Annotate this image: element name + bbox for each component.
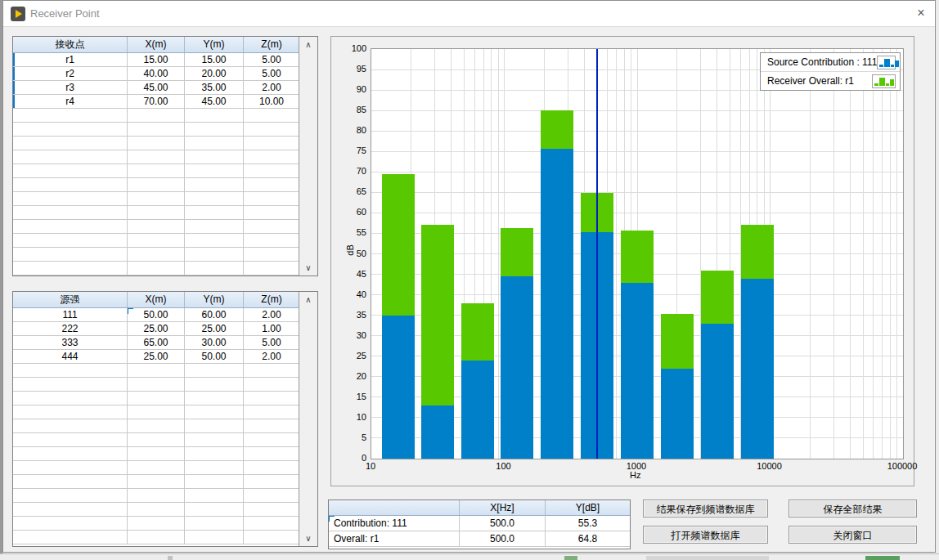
table-cell[interactable] [13,364,128,377]
table-cell[interactable] [244,364,299,377]
table-cell[interactable] [185,378,244,391]
table-cell[interactable]: 65.00 [128,336,185,349]
table-cell[interactable] [13,150,128,164]
table-cell[interactable] [244,123,299,136]
table-cell[interactable] [128,164,185,177]
table-cell[interactable] [13,220,128,233]
receiver-table-scrollbar[interactable]: ∧ ∨ [299,37,317,276]
table-cell[interactable] [244,503,299,516]
scroll-up-button[interactable]: ∧ [299,292,317,307]
table-cell[interactable] [13,392,128,405]
table-cell[interactable]: 1.00 [244,322,299,335]
table-cell[interactable] [185,517,244,530]
table-cell[interactable] [244,461,299,474]
save-all-results-button[interactable]: 保存全部结果 [788,500,917,517]
table-cell[interactable]: 25.00 [185,322,244,335]
table-cell[interactable]: 2.00 [244,81,299,94]
table-cell[interactable]: 20.00 [185,67,244,80]
table-cell[interactable] [244,489,299,502]
table-cell[interactable] [13,123,128,136]
table-cell[interactable] [13,164,128,177]
close-button[interactable]: × [907,1,935,26]
table-cell[interactable] [13,178,128,191]
table-cell[interactable] [128,517,185,530]
table-cell[interactable] [185,234,244,247]
table-cell[interactable]: 222 [13,322,128,335]
table-cell[interactable] [13,461,128,474]
open-spectrum-db-button[interactable]: 打开频谱数据库 [643,526,768,544]
table-cell[interactable]: 50.00 [185,350,244,363]
table-cell[interactable] [128,419,185,432]
table-cell[interactable] [13,531,128,544]
table-cell[interactable]: 70.00 [128,95,185,108]
table-cell[interactable] [185,123,244,136]
table-cell[interactable] [13,419,128,432]
table-cell[interactable] [13,517,128,530]
legend-item[interactable]: Receiver Overall: r1 [761,71,900,90]
table-cell[interactable] [244,378,299,391]
table-cell[interactable]: 25.00 [128,350,185,363]
table-cell[interactable] [244,262,299,275]
table-cell[interactable]: 5.00 [244,53,299,66]
table-cell[interactable] [244,164,299,177]
table-cell[interactable] [128,489,185,502]
table-cell[interactable] [13,475,128,488]
table-cell[interactable] [244,433,299,446]
table-cell[interactable] [185,192,244,205]
table-cell[interactable] [13,262,128,275]
table-cell[interactable]: 5.00 [244,67,299,80]
table-cell[interactable] [185,503,244,516]
table-cell[interactable] [185,248,244,261]
scroll-down-button[interactable]: ∨ [299,531,317,546]
chart-plot-area[interactable] [371,48,904,459]
table-cell[interactable] [128,433,185,446]
table-cell[interactable]: 35.00 [185,81,244,94]
table-cell[interactable]: 45.00 [185,95,244,108]
table-cell[interactable] [128,503,185,516]
table-cell[interactable] [244,137,299,150]
table-cell[interactable] [128,378,185,391]
table-cell[interactable] [13,378,128,391]
table-cell[interactable]: 2.00 [244,308,299,321]
table-cell[interactable] [185,150,244,164]
source-table-scrollbar[interactable]: ∧ ∨ [299,292,317,546]
table-cell[interactable] [244,234,299,247]
table-cell[interactable] [244,419,299,432]
table-cell[interactable] [128,405,185,419]
table-cell[interactable]: 60.00 [185,308,244,321]
table-cell[interactable] [244,109,299,122]
chart-legend[interactable]: Source Contribution : 111Receiver Overal… [760,52,901,91]
table-cell[interactable] [244,178,299,191]
source-table[interactable]: 源强X(m)Y(m)Z(m)11150.0060.002.0022225.002… [12,291,318,547]
table-cell[interactable]: r2 [13,67,128,80]
table-cell[interactable] [128,531,185,544]
table-cell[interactable] [185,109,244,122]
table-cell[interactable] [185,262,244,275]
table-cell[interactable] [185,164,244,177]
table-cell[interactable] [128,262,185,275]
table-cell[interactable]: r1 [13,53,128,66]
table-cell[interactable]: 333 [13,336,128,349]
table-cell[interactable] [128,109,185,122]
table-cell[interactable] [128,150,185,164]
table-cell[interactable] [185,220,244,233]
table-cell[interactable]: 50.00 [128,308,185,321]
table-cell[interactable] [128,206,185,219]
table-cell[interactable] [185,461,244,474]
table-cell[interactable] [128,234,185,247]
scroll-down-button[interactable]: ∨ [299,260,317,276]
table-cell[interactable]: 111 [13,308,128,321]
close-window-button[interactable]: 关闭窗口 [788,526,917,544]
table-cell[interactable] [185,405,244,419]
table-cell[interactable] [244,248,299,261]
table-cell[interactable] [244,150,299,164]
table-cell[interactable] [185,475,244,488]
table-cell[interactable] [13,433,128,446]
table-cell[interactable] [244,517,299,530]
table-cell[interactable] [128,248,185,261]
table-cell[interactable] [13,503,128,516]
save-results-to-spectrum-db-button[interactable]: 结果保存到频谱数据库 [643,500,768,517]
table-cell[interactable] [13,248,128,261]
table-cell[interactable]: 45.00 [128,81,185,94]
table-cell[interactable] [13,206,128,219]
